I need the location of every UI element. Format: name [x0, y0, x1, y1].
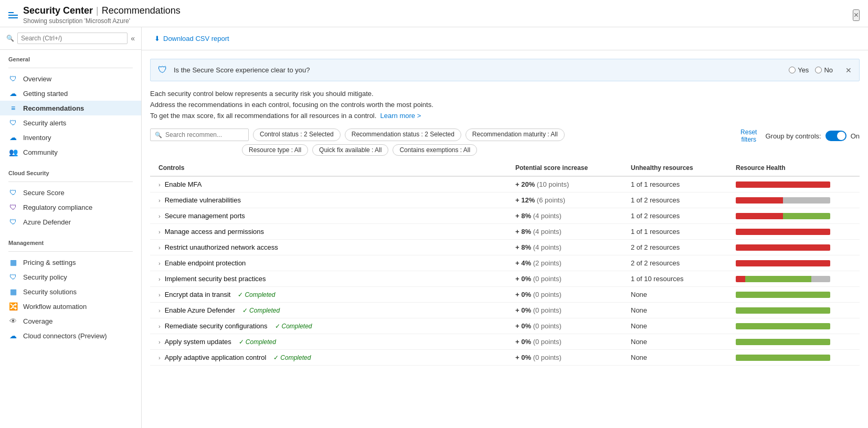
no-radio[interactable]: [815, 67, 822, 73]
row-unhealthy-cell: 1 of 1 resources: [631, 180, 736, 188]
sidebar-item-recommendations[interactable]: ≡ Recommendations: [0, 101, 141, 115]
col-health: Resource Health: [736, 164, 851, 172]
row-score-cell: + 8% (4 points): [515, 228, 631, 236]
row-expand-chevron[interactable]: ›: [158, 355, 161, 361]
filter-search-icon: 🔍: [155, 132, 162, 138]
filter-chip-resource-type[interactable]: Resource type : All: [242, 144, 308, 156]
row-expand-chevron[interactable]: ›: [158, 292, 161, 298]
coverage-icon: 👁: [8, 317, 18, 325]
sidebar-item-workflow-automation[interactable]: 🔀 Workflow automation: [0, 299, 141, 314]
health-red-segment: [736, 213, 783, 219]
sidebar-item-label-secure-score: Secure Score: [23, 189, 65, 197]
cloud-security-section-label: Cloud Security: [0, 164, 141, 178]
yes-radio[interactable]: [789, 67, 796, 73]
sidebar-item-secure-score[interactable]: 🛡 Secure Score: [0, 185, 141, 200]
table-row[interactable]: › Encrypt data in transit Completed + 0%…: [150, 287, 860, 303]
yes-radio-label[interactable]: Yes: [789, 66, 809, 74]
filter-chip-quick-fix[interactable]: Quick fix available : All: [312, 144, 388, 156]
row-unhealthy-cell: 1 of 2 resources: [631, 196, 736, 204]
row-unhealthy-cell: None: [631, 291, 736, 298]
filters-area: 🔍 Control status : 2 Selected Recommenda…: [150, 129, 860, 156]
app-name: Security Center: [23, 5, 93, 16]
sidebar-item-getting-started[interactable]: ☁ Getting started: [0, 86, 141, 101]
table-row[interactable]: › Remediate vulnerabilities + 12% (6 poi…: [150, 192, 860, 208]
row-name-cell: › Secure management ports: [158, 212, 515, 220]
health-bar: [736, 197, 830, 204]
row-score-pct: + 0%: [515, 338, 531, 346]
toolbar: ⬇ Download CSV report: [142, 27, 868, 50]
health-bar: [736, 181, 830, 188]
sidebar-item-community[interactable]: 👥 Community: [0, 145, 141, 159]
page-title: Recommendations: [102, 5, 181, 16]
health-green-segment: [736, 355, 830, 361]
row-score-cell: + 8% (4 points): [515, 243, 631, 251]
search-input[interactable]: [17, 33, 128, 44]
sidebar-item-azure-defender[interactable]: 🛡 Azure Defender: [0, 215, 141, 229]
row-score-pts: (0 points): [533, 291, 562, 298]
row-expand-chevron[interactable]: ›: [158, 339, 161, 345]
table-row[interactable]: › Secure management ports + 8% (4 points…: [150, 208, 860, 224]
sidebar-item-security-solutions[interactable]: ▦ Security solutions: [0, 284, 141, 299]
getting-started-icon: ☁: [8, 89, 18, 98]
security-solutions-icon: ▦: [8, 287, 18, 296]
filter-chip-recommendation-maturity[interactable]: Recommendation maturity : All: [465, 129, 565, 141]
table-row[interactable]: › Enable endpoint protection + 4% (2 poi…: [150, 255, 860, 271]
table-row[interactable]: › Manage access and permissions + 8% (4 …: [150, 224, 860, 240]
table-row[interactable]: › Remediate security configurations Comp…: [150, 318, 860, 334]
sidebar-item-label-azure-defender: Azure Defender: [23, 218, 71, 226]
table-row[interactable]: › Apply adaptive application control Com…: [150, 350, 860, 366]
sidebar-item-coverage[interactable]: 👁 Coverage: [0, 314, 141, 328]
filter-chip-control-status[interactable]: Control status : 2 Selected: [253, 129, 341, 141]
sidebar-item-label-overview: Overview: [23, 75, 51, 83]
row-expand-chevron[interactable]: ›: [158, 181, 161, 188]
sidebar-item-inventory[interactable]: ☁ Inventory: [0, 130, 141, 145]
learn-more-link[interactable]: Learn more >: [380, 112, 421, 120]
row-expand-chevron[interactable]: ›: [158, 244, 161, 251]
col-unhealthy: Unhealthy resources: [631, 164, 736, 172]
banner-radios: Yes No: [789, 66, 833, 74]
collapse-icon[interactable]: «: [131, 34, 135, 42]
reset-filters-button[interactable]: Reset filters: [740, 129, 757, 143]
table-row[interactable]: › Enable MFA + 20% (10 points) 1 of 1 re…: [150, 177, 860, 192]
sidebar-item-security-policy[interactable]: 🛡 Security policy: [0, 270, 141, 284]
health-gray-segment: [783, 197, 830, 204]
table-row[interactable]: › Apply system updates Completed + 0% (0…: [150, 334, 860, 350]
sidebar-item-regulatory-compliance[interactable]: 🛡 Regulatory compliance: [0, 200, 141, 215]
sidebar-item-pricing-settings[interactable]: ▦ Pricing & settings: [0, 255, 141, 270]
row-expand-chevron[interactable]: ›: [158, 323, 161, 329]
table-header: Controls Potential score increase Unheal…: [150, 160, 860, 177]
sidebar-item-overview[interactable]: 🛡 Overview: [0, 71, 141, 86]
health-green-segment: [783, 213, 830, 219]
filter-search-input[interactable]: [165, 131, 244, 138]
group-by-toggle[interactable]: [825, 131, 846, 141]
row-expand-chevron[interactable]: ›: [158, 307, 161, 314]
no-radio-label[interactable]: No: [815, 66, 833, 74]
row-score-pts: (6 points): [537, 196, 565, 204]
banner-close-button[interactable]: ✕: [845, 66, 852, 74]
health-green-segment: [745, 276, 811, 282]
table-row[interactable]: › Implement security best practices + 0%…: [150, 271, 860, 287]
close-button[interactable]: ×: [853, 9, 860, 21]
row-expand-chevron[interactable]: ›: [158, 213, 161, 219]
health-red-segment: [736, 197, 783, 204]
table-row[interactable]: › Enable Azure Defender Completed + 0% (…: [150, 303, 860, 318]
row-expand-chevron[interactable]: ›: [158, 260, 161, 266]
row-name-cell: › Remediate security configurations Comp…: [158, 322, 515, 330]
sidebar-item-cloud-connectors[interactable]: ☁ Cloud connectors (Preview): [0, 328, 141, 343]
hamburger-icon[interactable]: [8, 12, 18, 18]
table-row[interactable]: › Restrict unauthorized network access +…: [150, 240, 860, 255]
row-expand-chevron[interactable]: ›: [158, 276, 161, 282]
health-red-segment: [736, 229, 830, 235]
health-bar: [736, 229, 830, 235]
sidebar-item-security-alerts[interactable]: 🛡 Security alerts: [0, 115, 141, 130]
row-expand-chevron[interactable]: ›: [158, 197, 161, 204]
health-green-segment: [736, 323, 830, 329]
sidebar-search-area: 🔍 «: [0, 27, 141, 50]
filter-chip-contains-exemptions[interactable]: Contains exemptions : All: [393, 144, 477, 156]
download-csv-button[interactable]: ⬇ Download CSV report: [150, 33, 234, 45]
description-block: Each security control below represents a…: [150, 89, 860, 121]
pricing-settings-icon: ▦: [8, 258, 18, 266]
filter-chip-recommendation-status[interactable]: Recommendation status : 2 Selected: [345, 129, 461, 141]
row-score-pct: + 8%: [515, 228, 531, 236]
row-expand-chevron[interactable]: ›: [158, 229, 161, 235]
